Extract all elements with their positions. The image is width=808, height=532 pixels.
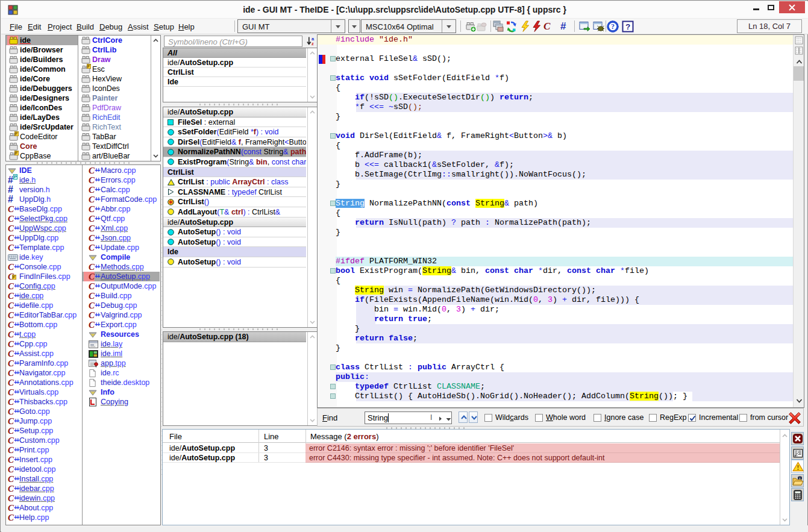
svg-text:z: z [312,41,314,46]
svg-text:?: ? [625,22,630,31]
svg-text:?: ? [611,22,615,31]
